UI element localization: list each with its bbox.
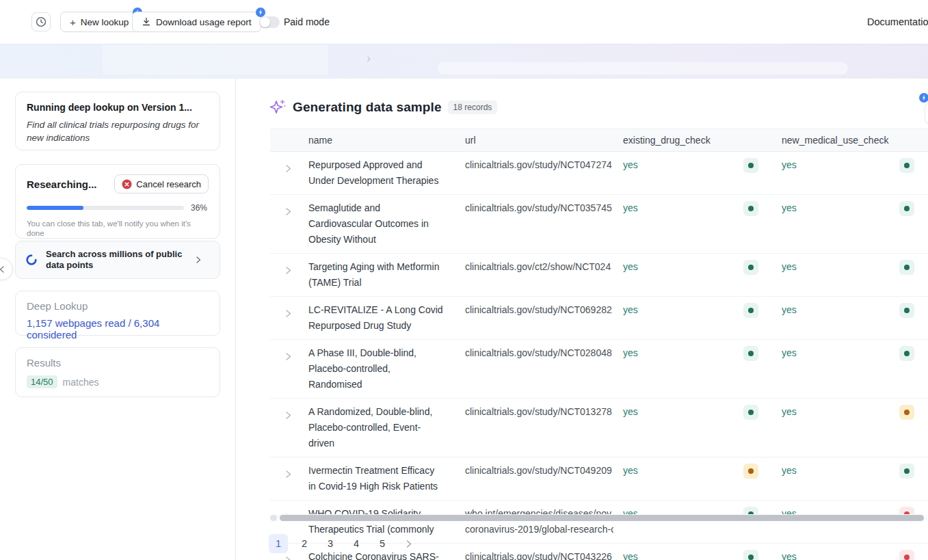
search-banner-label: Search across millions of public data po… bbox=[46, 249, 186, 271]
new-medical-use-status-dot bbox=[899, 260, 914, 275]
deep-lookup-title: Deep Lookup bbox=[27, 300, 209, 312]
banner-chevron-icon: › bbox=[367, 51, 371, 66]
new-medical-use-check-value: yes bbox=[782, 345, 797, 361]
cancel-icon bbox=[122, 179, 132, 189]
deep-lookup-card: Deep Lookup 1,157 webpages read / 6,304 … bbox=[15, 291, 220, 336]
table-row[interactable]: Targeting Aging with Metformin (TAME) Tr… bbox=[270, 254, 928, 297]
expand-row-button[interactable] bbox=[270, 254, 297, 296]
chevron-right-icon bbox=[284, 556, 293, 560]
edge-cutoff-button[interactable] bbox=[925, 103, 928, 124]
chevron-right-icon bbox=[284, 470, 293, 479]
existing-drug-status-dot bbox=[743, 303, 758, 318]
cancel-research-button[interactable]: Cancel research bbox=[114, 174, 209, 194]
existing-drug-status-dot bbox=[743, 464, 758, 479]
expand-row-button[interactable] bbox=[270, 457, 297, 500]
table-row[interactable]: Semaglutide and Cardiovascular Outcomes … bbox=[270, 195, 928, 254]
trial-url: clinicaltrials.gov/ct2/show/NCT024 bbox=[455, 254, 613, 296]
trial-url: clinicaltrials.gov/study/NCT028048 bbox=[455, 340, 613, 398]
chevron-right-icon bbox=[284, 164, 293, 173]
banner-ghost-block bbox=[103, 44, 328, 75]
existing-drug-status-dot bbox=[743, 201, 758, 216]
run-summary-card: Running deep lookup on Version 1... Find… bbox=[15, 92, 220, 150]
new-medical-use-status-dot bbox=[899, 158, 914, 173]
existing-drug-check-value: yes bbox=[623, 549, 638, 560]
column-header-new-medical-use-check: new_medical_use_check bbox=[772, 135, 928, 146]
trial-name: A Phase III, Double-blind, Placebo-contr… bbox=[297, 340, 455, 398]
webpages-read-link[interactable]: 1,157 webpages read / 6,304 considered bbox=[27, 317, 209, 341]
table-row[interactable]: A Phase III, Double-blind, Placebo-contr… bbox=[270, 340, 928, 399]
page-title: Generating data sample bbox=[293, 100, 442, 115]
documentation-link[interactable]: Documentation bbox=[867, 16, 928, 27]
results-title: Results bbox=[27, 357, 209, 369]
main-header: Generating data sample 18 records bbox=[269, 98, 497, 116]
new-medical-use-status-dot bbox=[899, 346, 914, 361]
matches-label: matches bbox=[63, 377, 99, 388]
chevron-right-icon bbox=[284, 266, 293, 275]
progress-fill bbox=[27, 206, 83, 210]
existing-drug-status-dot bbox=[743, 158, 758, 173]
expand-row-button[interactable] bbox=[270, 297, 297, 339]
page-button-5[interactable]: 5 bbox=[373, 534, 392, 553]
expand-row-button[interactable] bbox=[270, 152, 297, 194]
chevron-right-icon bbox=[284, 207, 293, 216]
page-button-1[interactable]: 1 bbox=[269, 534, 288, 553]
trial-name: Targeting Aging with Metformin (TAME) Tr… bbox=[297, 254, 455, 296]
expand-row-button[interactable] bbox=[270, 195, 297, 253]
new-medical-use-check-value: yes bbox=[782, 463, 797, 479]
search-banner[interactable]: Search across millions of public data po… bbox=[15, 241, 220, 279]
existing-drug-check-value: yes bbox=[623, 259, 638, 275]
paid-mode-label: Paid mode bbox=[284, 16, 330, 27]
table-row[interactable]: LC-REVITALIZE - A Long Covid Repurposed … bbox=[270, 297, 928, 340]
topbar: + New lookup Download usage report Paid … bbox=[0, 0, 928, 44]
progress-bar bbox=[27, 206, 184, 210]
new-medical-use-check-value: yes bbox=[782, 259, 797, 275]
paid-mode-toggle[interactable] bbox=[259, 16, 280, 28]
table-header-row: name url existing_drug_check new_medical… bbox=[270, 129, 928, 152]
chevron-left-icon bbox=[0, 265, 6, 274]
chevron-right-icon bbox=[404, 539, 413, 548]
expand-row-button[interactable] bbox=[270, 340, 297, 398]
toggle-knob bbox=[260, 17, 270, 27]
trial-name: LC-REVITALIZE - A Long Covid Repurposed … bbox=[297, 297, 455, 339]
page-button-2[interactable]: 2 bbox=[295, 534, 314, 553]
download-usage-report-button[interactable]: Download usage report bbox=[132, 12, 261, 32]
plus-icon: + bbox=[70, 16, 76, 28]
table-row[interactable]: Ivermectin Treatment Efficacy in Covid-1… bbox=[270, 457, 928, 501]
research-status-card: Researching... Cancel research 36% You c… bbox=[15, 164, 220, 239]
trial-url: clinicaltrials.gov/study/NCT069282 bbox=[455, 297, 613, 339]
new-medical-use-check-value: yes bbox=[782, 549, 797, 560]
trial-url: clinicaltrials.gov/study/NCT035745 bbox=[455, 195, 613, 253]
existing-drug-check-value: yes bbox=[623, 404, 638, 420]
run-title: Running deep lookup on Version 1... bbox=[27, 102, 209, 113]
table-row[interactable]: A Randomized, Double-blind, Placebo-cont… bbox=[270, 399, 928, 457]
history-button[interactable] bbox=[31, 12, 51, 31]
existing-drug-status-dot bbox=[743, 346, 758, 361]
table-row[interactable]: Repurposed Approved and Under Developmen… bbox=[270, 152, 928, 195]
cancel-research-label: Cancel research bbox=[136, 179, 201, 189]
new-lookup-button[interactable]: + New lookup bbox=[60, 12, 138, 32]
scrollbar-thumb[interactable] bbox=[280, 515, 924, 521]
data-sample-table: name url existing_drug_check new_medical… bbox=[270, 129, 928, 560]
chevron-right-icon bbox=[284, 352, 293, 361]
match-count-badge: 14/50 bbox=[27, 375, 57, 388]
next-page-button[interactable] bbox=[399, 534, 418, 553]
new-medical-use-check-value: yes bbox=[782, 302, 797, 318]
bolt-badge-icon bbox=[919, 93, 928, 105]
app-window: + New lookup Download usage report Paid … bbox=[0, 0, 928, 560]
research-status-label: Researching... bbox=[27, 178, 97, 190]
existing-drug-status-dot bbox=[743, 260, 758, 275]
bolt-badge-icon bbox=[256, 8, 265, 17]
new-medical-use-status-dot bbox=[899, 464, 914, 479]
page-button-3[interactable]: 3 bbox=[321, 534, 340, 553]
run-query: Find all clinical trials repurposing dru… bbox=[27, 118, 209, 144]
expand-row-button[interactable] bbox=[270, 399, 297, 457]
new-medical-use-status-dot bbox=[899, 550, 914, 560]
existing-drug-check-value: yes bbox=[623, 157, 638, 173]
chevron-right-icon bbox=[284, 309, 293, 318]
horizontal-scrollbar[interactable] bbox=[270, 514, 928, 522]
results-card: Results 14/50 matches bbox=[15, 347, 220, 397]
page-button-4[interactable]: 4 bbox=[347, 534, 366, 553]
chevron-right-icon bbox=[194, 256, 202, 264]
trial-name: Ivermectin Treatment Efficacy in Covid-1… bbox=[297, 457, 455, 500]
trial-url: clinicaltrials.gov/study/NCT043226 bbox=[455, 544, 613, 560]
